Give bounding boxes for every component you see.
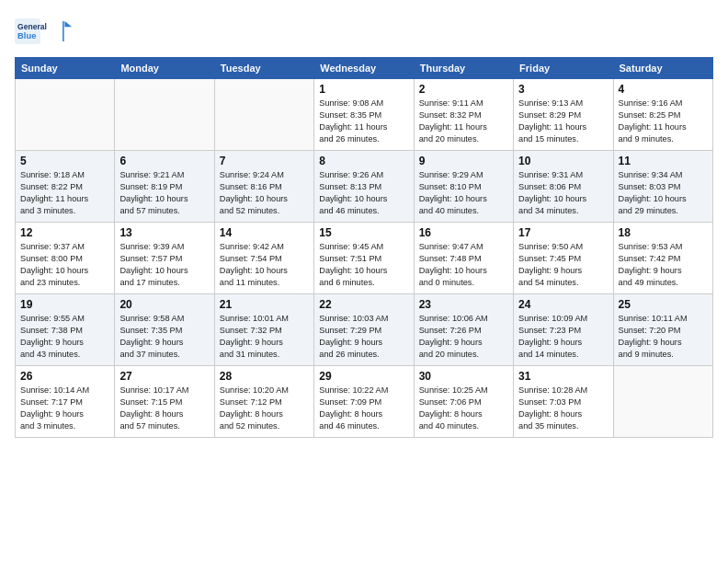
calendar-week-row: 5Sunrise: 9:18 AM Sunset: 8:22 PM Daylig… [16, 151, 713, 223]
day-info: Sunrise: 9:47 AM Sunset: 7:48 PM Dayligh… [419, 241, 508, 289]
calendar-day-cell: 4Sunrise: 9:16 AM Sunset: 8:25 PM Daylig… [613, 79, 712, 151]
day-info: Sunrise: 9:21 AM Sunset: 8:19 PM Dayligh… [119, 169, 209, 217]
calendar-day-cell [613, 366, 712, 438]
calendar-day-cell: 7Sunrise: 9:24 AM Sunset: 8:16 PM Daylig… [214, 151, 313, 223]
calendar-day-cell: 17Sunrise: 9:50 AM Sunset: 7:45 PM Dayli… [514, 223, 613, 294]
calendar-week-row: 1Sunrise: 9:08 AM Sunset: 8:35 PM Daylig… [16, 79, 713, 151]
calendar-day-cell: 3Sunrise: 9:13 AM Sunset: 8:29 PM Daylig… [514, 79, 613, 151]
calendar-day-cell: 18Sunrise: 9:53 AM Sunset: 7:42 PM Dayli… [613, 223, 712, 294]
day-number: 2 [419, 83, 508, 96]
day-info: Sunrise: 9:58 AM Sunset: 7:35 PM Dayligh… [119, 313, 209, 361]
day-info: Sunrise: 9:53 AM Sunset: 7:42 PM Dayligh… [619, 241, 708, 289]
calendar-day-cell: 5Sunrise: 9:18 AM Sunset: 8:22 PM Daylig… [16, 151, 115, 223]
calendar-day-cell: 14Sunrise: 9:42 AM Sunset: 7:54 PM Dayli… [214, 223, 313, 294]
calendar-day-cell: 31Sunrise: 10:28 AM Sunset: 7:03 PM Dayl… [514, 366, 613, 438]
calendar-day-cell: 2Sunrise: 9:11 AM Sunset: 8:32 PM Daylig… [414, 79, 513, 151]
day-info: Sunrise: 9:50 AM Sunset: 7:45 PM Dayligh… [518, 241, 608, 289]
calendar-day-cell: 16Sunrise: 9:47 AM Sunset: 7:48 PM Dayli… [414, 223, 513, 294]
day-number: 1 [319, 83, 408, 96]
calendar-day-cell: 23Sunrise: 10:06 AM Sunset: 7:26 PM Dayl… [414, 294, 513, 366]
day-of-week-header: Monday [115, 58, 214, 79]
calendar-day-cell: 9Sunrise: 9:29 AM Sunset: 8:10 PM Daylig… [414, 151, 513, 223]
calendar-day-cell: 22Sunrise: 10:03 AM Sunset: 7:29 PM Dayl… [314, 294, 414, 366]
day-info: Sunrise: 10:20 AM Sunset: 7:12 PM Daylig… [220, 385, 309, 432]
day-number: 10 [518, 155, 608, 167]
day-info: Sunrise: 9:31 AM Sunset: 8:06 PM Dayligh… [518, 169, 608, 217]
day-number: 12 [20, 226, 109, 239]
calendar-day-cell [115, 79, 214, 151]
day-info: Sunrise: 10:01 AM Sunset: 7:32 PM Daylig… [220, 313, 309, 361]
day-number: 25 [619, 298, 708, 311]
svg-marker-3 [64, 21, 72, 27]
calendar-day-cell: 13Sunrise: 9:39 AM Sunset: 7:57 PM Dayli… [115, 223, 214, 294]
day-info: Sunrise: 10:22 AM Sunset: 7:09 PM Daylig… [319, 385, 408, 432]
day-info: Sunrise: 9:55 AM Sunset: 7:38 PM Dayligh… [20, 313, 109, 361]
day-number: 20 [119, 298, 209, 311]
day-number: 4 [619, 83, 708, 96]
day-info: Sunrise: 9:42 AM Sunset: 7:54 PM Dayligh… [220, 241, 309, 289]
day-info: Sunrise: 9:45 AM Sunset: 7:51 PM Dayligh… [319, 241, 408, 289]
page-header: General Blue [15, 15, 713, 48]
day-info: Sunrise: 10:14 AM Sunset: 7:17 PM Daylig… [20, 385, 109, 432]
day-number: 6 [119, 155, 209, 167]
day-info: Sunrise: 9:29 AM Sunset: 8:10 PM Dayligh… [419, 169, 508, 217]
calendar-table: SundayMondayTuesdayWednesdayThursdayFrid… [15, 57, 713, 438]
calendar-day-cell: 20Sunrise: 9:58 AM Sunset: 7:35 PM Dayli… [115, 294, 214, 366]
calendar-day-cell: 26Sunrise: 10:14 AM Sunset: 7:17 PM Dayl… [16, 366, 115, 438]
day-number: 30 [419, 370, 508, 383]
calendar-day-cell: 1Sunrise: 9:08 AM Sunset: 8:35 PM Daylig… [314, 79, 414, 151]
calendar-day-cell: 11Sunrise: 9:34 AM Sunset: 8:03 PM Dayli… [613, 151, 712, 223]
day-info: Sunrise: 10:06 AM Sunset: 7:26 PM Daylig… [419, 313, 508, 361]
calendar-day-cell: 21Sunrise: 10:01 AM Sunset: 7:32 PM Dayl… [214, 294, 313, 366]
day-info: Sunrise: 9:37 AM Sunset: 8:00 PM Dayligh… [20, 241, 109, 289]
day-number: 16 [419, 226, 508, 239]
day-number: 5 [20, 155, 109, 167]
calendar-day-cell [16, 79, 115, 151]
day-of-week-header: Saturday [613, 58, 712, 79]
day-info: Sunrise: 9:26 AM Sunset: 8:13 PM Dayligh… [319, 169, 408, 217]
day-info: Sunrise: 9:24 AM Sunset: 8:16 PM Dayligh… [220, 169, 309, 217]
calendar-day-cell: 24Sunrise: 10:09 AM Sunset: 7:23 PM Dayl… [514, 294, 613, 366]
day-number: 18 [619, 226, 708, 239]
day-info: Sunrise: 9:08 AM Sunset: 8:35 PM Dayligh… [319, 98, 408, 145]
calendar-week-row: 19Sunrise: 9:55 AM Sunset: 7:38 PM Dayli… [16, 294, 713, 366]
svg-text:Blue: Blue [17, 31, 36, 40]
day-number: 31 [518, 370, 608, 383]
calendar-day-cell: 15Sunrise: 9:45 AM Sunset: 7:51 PM Dayli… [314, 223, 414, 294]
day-info: Sunrise: 9:18 AM Sunset: 8:22 PM Dayligh… [20, 169, 109, 217]
day-info: Sunrise: 10:11 AM Sunset: 7:20 PM Daylig… [619, 313, 708, 361]
day-number: 21 [220, 298, 309, 311]
calendar-day-cell: 25Sunrise: 10:11 AM Sunset: 7:20 PM Dayl… [613, 294, 712, 366]
day-of-week-header: Friday [514, 58, 613, 79]
day-number: 24 [518, 298, 608, 311]
calendar-header-row: SundayMondayTuesdayWednesdayThursdayFrid… [16, 58, 713, 79]
day-info: Sunrise: 9:13 AM Sunset: 8:29 PM Dayligh… [518, 98, 608, 145]
calendar-day-cell: 19Sunrise: 9:55 AM Sunset: 7:38 PM Dayli… [16, 294, 115, 366]
day-number: 29 [319, 370, 408, 383]
calendar-day-cell: 29Sunrise: 10:22 AM Sunset: 7:09 PM Dayl… [314, 366, 414, 438]
day-number: 11 [619, 155, 708, 167]
logo: General Blue [15, 15, 79, 48]
day-of-week-header: Sunday [16, 58, 115, 79]
day-number: 15 [319, 226, 408, 239]
day-number: 7 [220, 155, 309, 167]
day-info: Sunrise: 10:25 AM Sunset: 7:06 PM Daylig… [419, 385, 508, 432]
day-of-week-header: Wednesday [314, 58, 414, 79]
day-number: 23 [419, 298, 508, 311]
day-number: 17 [518, 226, 608, 239]
day-number: 27 [119, 370, 209, 383]
calendar-day-cell: 30Sunrise: 10:25 AM Sunset: 7:06 PM Dayl… [414, 366, 513, 438]
day-of-week-header: Thursday [414, 58, 513, 79]
svg-text:General: General [17, 22, 47, 31]
day-info: Sunrise: 9:39 AM Sunset: 7:57 PM Dayligh… [119, 241, 209, 289]
calendar-week-row: 12Sunrise: 9:37 AM Sunset: 8:00 PM Dayli… [16, 223, 713, 294]
logo-svg: General Blue [15, 15, 79, 48]
day-info: Sunrise: 10:17 AM Sunset: 7:15 PM Daylig… [119, 385, 209, 432]
calendar-day-cell: 8Sunrise: 9:26 AM Sunset: 8:13 PM Daylig… [314, 151, 414, 223]
day-number: 19 [20, 298, 109, 311]
calendar-day-cell: 12Sunrise: 9:37 AM Sunset: 8:00 PM Dayli… [16, 223, 115, 294]
day-number: 13 [119, 226, 209, 239]
calendar-day-cell: 28Sunrise: 10:20 AM Sunset: 7:12 PM Dayl… [214, 366, 313, 438]
day-number: 9 [419, 155, 508, 167]
calendar-day-cell: 6Sunrise: 9:21 AM Sunset: 8:19 PM Daylig… [115, 151, 214, 223]
